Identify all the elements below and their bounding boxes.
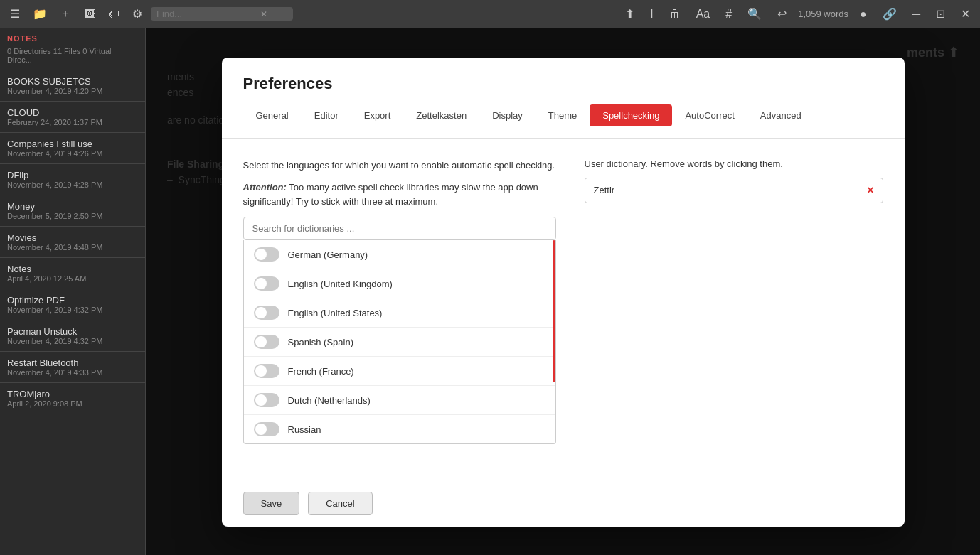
word-count: 1,059 words xyxy=(798,9,848,19)
hamburger-icon[interactable]: ☰ xyxy=(6,4,24,23)
attention-text: Too many active spell check libraries ma… xyxy=(243,182,538,207)
toggle-english-us[interactable] xyxy=(254,306,279,320)
spellcheck-description: Select the languages for which you want … xyxy=(243,158,556,173)
modal-footer: Save Cancel xyxy=(222,480,905,527)
search-input[interactable] xyxy=(156,9,256,19)
sidebar-item-notes[interactable]: Notes April 4, 2020 12:25 AM xyxy=(0,258,145,289)
sidebar-item-date: November 4, 2019 4:20 PM xyxy=(7,87,138,99)
dict-label-english-uk: English (United Kingdom) xyxy=(288,279,393,289)
sidebar-item-money[interactable]: Money December 5, 2019 2:50 PM xyxy=(0,195,145,227)
save-button[interactable]: Save xyxy=(243,492,300,515)
sidebar-item-title: Pacman Unstuck xyxy=(7,326,138,337)
sidebar-item-date: April 2, 2020 9:08 PM xyxy=(7,399,138,412)
tab-display[interactable]: Display xyxy=(479,104,536,126)
toolbar: ☰ 📁 ＋ 🖼 🏷 ⚙ ✕ ⬆ I 🗑 Aa # 🔍 ↩ 1,059 words… xyxy=(0,0,980,28)
maximize-icon[interactable]: ⊡ xyxy=(932,4,949,23)
sidebar-item-date: February 24, 2020 1:37 PM xyxy=(7,118,138,131)
sidebar-item-title: Notes xyxy=(7,264,138,274)
tab-general[interactable]: General xyxy=(243,104,302,126)
sidebar-meta: 0 Directories 11 Files 0 Virtual Direc..… xyxy=(0,45,145,70)
dict-item-english-us[interactable]: English (United States) xyxy=(244,298,555,328)
sidebar-item-tromjaro[interactable]: TROMjaro April 2, 2020 9:08 PM xyxy=(0,383,145,414)
sidebar-item-title: Restart Bluetooth xyxy=(7,357,138,368)
user-dict-clear-button[interactable]: × xyxy=(858,178,882,203)
dict-label-spanish: Spanish (Spain) xyxy=(288,337,354,347)
tab-zettelkasten[interactable]: Zettelkasten xyxy=(403,104,479,126)
spellcheck-attention: Attention: Too many active spell check l… xyxy=(243,180,556,208)
modal-title: Preferences xyxy=(243,75,883,93)
tab-editor[interactable]: Editor xyxy=(302,104,351,126)
toggle-spanish[interactable] xyxy=(254,335,279,349)
dict-label-english-us: English (United States) xyxy=(288,308,383,318)
tab-autocorrect[interactable]: AutoCorrect xyxy=(672,104,747,126)
tag-icon[interactable]: 🏷 xyxy=(104,5,124,23)
settings-icon[interactable]: ⚙ xyxy=(128,4,147,23)
share-icon[interactable]: ⬆ xyxy=(621,4,639,23)
sidebar-item-companies[interactable]: Companies I still use November 4, 2019 4… xyxy=(0,133,145,164)
sidebar-item-date: November 4, 2019 4:32 PM xyxy=(7,337,138,350)
hashtag-icon[interactable]: # xyxy=(721,5,736,23)
dict-label-german: German (Germany) xyxy=(288,249,368,260)
toggle-russian[interactable] xyxy=(254,422,279,436)
sidebar-item-title: Optimize PDF xyxy=(7,295,138,306)
sidebar-item-pacman[interactable]: Pacman Unstuck November 4, 2019 4:32 PM xyxy=(0,320,145,352)
toolbar-right: ⬆ I 🗑 Aa # 🔍 ↩ 1,059 words ● 🔗 ─ ⊡ ✕ xyxy=(621,4,974,23)
undo-icon[interactable]: ↩ xyxy=(773,4,791,23)
dict-item-english-uk[interactable]: English (United Kingdom) xyxy=(244,269,555,298)
new-file-icon[interactable]: ＋ xyxy=(55,4,75,24)
modal-body: Select the languages for which you want … xyxy=(222,139,905,480)
user-dict-panel: User dictionary. Remove words by clickin… xyxy=(585,158,883,460)
link-icon[interactable]: 🔗 xyxy=(878,4,901,23)
search-bar[interactable]: ✕ xyxy=(151,7,293,21)
sidebar-item-date: November 4, 2019 4:28 PM xyxy=(7,180,138,193)
sidebar-item-title: CLOUD xyxy=(7,107,138,118)
dict-item-french[interactable]: French (France) xyxy=(244,357,555,386)
sidebar-item-optimize-pdf[interactable]: Optimize PDF November 4, 2019 4:32 PM xyxy=(0,289,145,320)
sidebar-item-dflip[interactable]: DFlip November 4, 2019 4:28 PM xyxy=(0,164,145,195)
modal-header: Preferences General Editor Export Zettel… xyxy=(222,58,905,139)
search2-icon[interactable]: 🔍 xyxy=(743,4,766,23)
toggle-dutch[interactable] xyxy=(254,393,279,407)
dict-item-russian[interactable]: Russian xyxy=(244,415,555,443)
search-close-icon[interactable]: ✕ xyxy=(260,9,267,19)
sidebar-item-date: April 4, 2020 12:25 AM xyxy=(7,274,138,287)
user-dict-input[interactable] xyxy=(585,179,859,201)
sidebar-item-date: December 5, 2019 2:50 PM xyxy=(7,212,138,225)
sidebar-item-date: November 4, 2019 4:32 PM xyxy=(7,306,138,318)
spellcheck-left-panel: Select the languages for which you want … xyxy=(243,158,556,460)
tab-advanced[interactable]: Advanced xyxy=(747,104,814,126)
toggle-german[interactable] xyxy=(254,247,279,262)
sidebar-item-title: Money xyxy=(7,201,138,212)
toggle-english-uk[interactable] xyxy=(254,276,279,291)
sidebar-item-title: BOOKS SUBJETCS xyxy=(7,76,138,87)
sidebar-item-books-subjetcs[interactable]: BOOKS SUBJETCS November 4, 2019 4:20 PM xyxy=(0,70,145,102)
sidebar-item-title: Movies xyxy=(7,232,138,243)
folder-icon[interactable]: 📁 xyxy=(28,4,51,23)
sidebar-item-title: DFlip xyxy=(7,170,138,180)
dict-item-dutch[interactable]: Dutch (Netherlands) xyxy=(244,386,555,415)
toggle-french[interactable] xyxy=(254,364,279,378)
tab-export[interactable]: Export xyxy=(351,104,404,126)
dict-label-dutch: Dutch (Netherlands) xyxy=(288,395,371,406)
sidebar-item-restart-bluetooth[interactable]: Restart Bluetooth November 4, 2019 4:33 … xyxy=(0,352,145,383)
avatar-icon: ● xyxy=(856,5,871,23)
italic-icon[interactable]: I xyxy=(646,5,657,23)
sidebar-item-cloud[interactable]: CLOUD February 24, 2020 1:37 PM xyxy=(0,102,145,133)
delete-icon[interactable]: 🗑 xyxy=(665,5,685,23)
sidebar-item-title: TROMjaro xyxy=(7,389,138,399)
tab-theme[interactable]: Theme xyxy=(536,104,590,126)
dict-item-spanish[interactable]: Spanish (Spain) xyxy=(244,328,555,357)
tab-spellchecking[interactable]: Spellchecking xyxy=(590,104,672,126)
dictionary-search-input[interactable] xyxy=(243,217,556,240)
minimize-icon[interactable]: ─ xyxy=(908,5,925,23)
font-icon[interactable]: Aa xyxy=(692,5,715,23)
sidebar-item-date: November 4, 2019 4:33 PM xyxy=(7,368,138,381)
image-icon[interactable]: 🖼 xyxy=(80,5,100,23)
cancel-button[interactable]: Cancel xyxy=(308,492,372,515)
sidebar-item-movies[interactable]: Movies November 4, 2019 4:48 PM xyxy=(0,227,145,258)
dict-item-german[interactable]: German (Germany) xyxy=(244,240,555,269)
preferences-modal: Preferences General Editor Export Zettel… xyxy=(222,58,905,527)
scrollbar[interactable] xyxy=(553,240,555,382)
close-icon[interactable]: ✕ xyxy=(957,4,974,23)
sidebar: NOTES 0 Directories 11 Files 0 Virtual D… xyxy=(0,28,146,555)
